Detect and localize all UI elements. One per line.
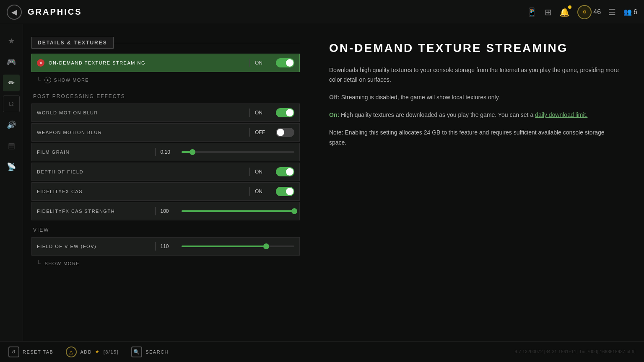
level-display: ⚙ 46 (577, 5, 601, 19)
slider-film-grain[interactable] (182, 151, 295, 153)
slider-track (182, 151, 295, 153)
toggle-knob (277, 129, 284, 136)
sidebar-item-interface[interactable]: ▤ (3, 137, 20, 154)
divider (155, 242, 156, 251)
topbar-right: 📱 ⊞ 🔔 ⚙ 46 ☰ 👥 6 (527, 5, 637, 19)
toggle-fidelityfx-cas[interactable] (276, 187, 294, 196)
section-details-textures: DETAILS & TEXTURES (31, 37, 300, 49)
sidebar-item-graphics[interactable]: ✏ (3, 75, 20, 91)
slider-track (182, 246, 295, 247)
setting-value-world-motion-blur: ON (255, 110, 276, 116)
toggle-knob (286, 188, 293, 195)
show-more-label-2: SHOW MORE (44, 261, 80, 266)
back-button[interactable]: ◀ (7, 5, 22, 20)
show-more-icon-1: ● (44, 77, 51, 83)
description-panel: ON-DEMAND TEXTURE STREAMING Downloads hi… (308, 24, 644, 341)
desc-paragraph-3: On: High quality textures are downloaded… (329, 110, 623, 120)
setting-row-fov[interactable]: FIELD OF VIEW (FOV) 110 (31, 237, 300, 256)
toggle-knob (286, 168, 293, 176)
setting-value-fidelityfx-cas: ON (255, 189, 276, 194)
indent-icon: └ (36, 77, 41, 83)
add-circle-icon: △ (66, 346, 77, 357)
slider-thumb (263, 243, 269, 249)
slider-fill (182, 246, 266, 247)
stars-value: 6 (634, 8, 637, 16)
toggle-weapon-motion-blur[interactable] (276, 128, 294, 137)
reset-label: RESET TAB (23, 349, 53, 354)
setting-value-weapon-motion-blur: OFF (255, 129, 276, 135)
setting-name-fov: FIELD OF VIEW (FOV) (37, 244, 150, 249)
setting-row-fidelityfx-cas[interactable]: FIDELITYFX CAS ON (31, 182, 300, 201)
divider (249, 109, 250, 117)
setting-row-fidelityfx-cas-strength[interactable]: FIDELITYFX CAS STRENGTH 100 (31, 202, 300, 220)
slider-track (182, 210, 295, 212)
slider-thumb (291, 208, 297, 214)
sidebar-item-controller[interactable]: 🎮 (3, 54, 20, 70)
on-label: On: (329, 111, 339, 118)
notif-dot (568, 5, 571, 9)
divider (155, 207, 156, 215)
reset-tab-button[interactable]: ↺ RESET TAB (8, 346, 53, 357)
divider (249, 187, 250, 196)
sidebar-item-favorites[interactable]: ★ (3, 33, 20, 49)
slider-fill (182, 210, 295, 212)
search-button[interactable]: 🔍 SEARCH (131, 346, 169, 357)
add-button[interactable]: △ ADD ★ [8/15] (66, 346, 119, 357)
bottombar: ↺ RESET TAB △ ADD ★ [8/15] 🔍 SEARCH 9.7.… (0, 341, 644, 362)
setting-row-world-motion-blur[interactable]: WORLD MOTION BLUR ON (31, 103, 300, 122)
person-icon: 👥 (623, 8, 632, 16)
setting-row-depth-of-field[interactable]: DEPTH OF FIELD ON (31, 163, 300, 181)
divider (155, 148, 156, 156)
divider (249, 168, 250, 176)
divider (249, 128, 250, 137)
slider-fidelityfx-cas-strength[interactable] (182, 210, 295, 212)
toggle-knob (286, 109, 293, 116)
setting-row-weapon-motion-blur[interactable]: WEAPON MOTION BLUR OFF (31, 123, 300, 142)
section-label-view: VIEW (31, 227, 300, 233)
sidebar-item-l2[interactable]: L2 (3, 96, 20, 112)
setting-value-on-demand: ON (255, 60, 276, 66)
sidebar-item-network[interactable]: 📡 (3, 158, 20, 175)
toggle-world-motion-blur[interactable] (276, 108, 294, 117)
section-label-details: DETAILS & TEXTURES (31, 37, 114, 49)
desc-paragraph-1: Downloads high quality textures to your … (329, 65, 623, 85)
setting-row-on-demand[interactable]: ✕ ON-DEMAND TEXTURE STREAMING ON (31, 54, 300, 72)
setting-name-on-demand: ON-DEMAND TEXTURE STREAMING (49, 60, 244, 65)
notifications-icon[interactable]: 🔔 (559, 7, 570, 17)
star-icon: ★ (95, 349, 100, 354)
show-more-label-1: SHOW MORE (54, 78, 89, 83)
setting-value-depth-of-field: ON (255, 169, 276, 175)
settings-panel: DETAILS & TEXTURES ✕ ON-DEMAND TEXTURE S… (23, 24, 308, 341)
search-label: SEARCH (145, 349, 169, 354)
page-title: GRAPHICS (28, 7, 82, 17)
desc-paragraph-2: Off: Streaming is disabled, the game wil… (329, 93, 623, 103)
toggle-knob (286, 59, 293, 67)
grid-icon[interactable]: ⊞ (545, 7, 552, 17)
desc-title: ON-DEMAND TEXTURE STREAMING (329, 41, 623, 55)
daily-download-link[interactable]: daily download limit. (535, 111, 587, 118)
indent-icon: └ (36, 260, 41, 267)
main-content: DETAILS & TEXTURES ✕ ON-DEMAND TEXTURE S… (23, 24, 644, 341)
setting-value-film-grain: 0.10 (161, 149, 182, 155)
setting-row-film-grain[interactable]: FILM GRAIN 0.10 (31, 143, 300, 161)
desc-paragraph-4: Note: Enabling this setting allocates 24… (329, 128, 623, 148)
setting-name-weapon-motion-blur: WEAPON MOTION BLUR (37, 130, 244, 135)
off-label: Off: (329, 94, 340, 101)
setting-name-film-grain: FILM GRAIN (37, 150, 150, 155)
toggle-depth-of-field[interactable] (276, 167, 294, 176)
sidebar-item-audio[interactable]: 🔊 (3, 116, 20, 133)
divider (249, 59, 250, 67)
search-icon: 🔍 (131, 346, 142, 357)
sidebar: ★ 🎮 ✏ L2 🔊 ▤ 📡 (0, 24, 23, 341)
phone-icon[interactable]: 📱 (527, 7, 537, 17)
setting-name-fidelityfx-cas-strength: FIDELITYFX CAS STRENGTH (37, 209, 150, 214)
section-line (114, 43, 300, 43)
show-more-row-1[interactable]: └ ● SHOW MORE (31, 73, 300, 87)
menu-icon[interactable]: ☰ (608, 7, 616, 17)
toggle-on-demand[interactable] (276, 58, 294, 67)
show-more-row-2[interactable]: └ SHOW MORE (31, 257, 300, 270)
setting-value-fidelityfx-cas-strength: 100 (161, 208, 182, 214)
topbar: ◀ GRAPHICS 📱 ⊞ 🔔 ⚙ 46 ☰ 👥 6 (0, 0, 644, 24)
add-count: [8/15] (104, 349, 119, 354)
slider-fov[interactable] (182, 246, 295, 247)
